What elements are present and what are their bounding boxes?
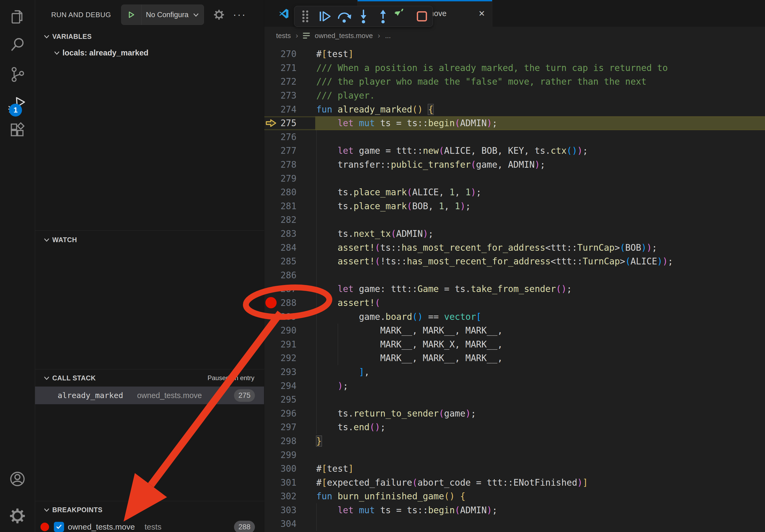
code-line[interactable]: 285 assert!(!ts::has_most_recent_for_add…: [264, 254, 765, 268]
code-line[interactable]: 283 ts.next_tx(ADMIN);: [264, 227, 765, 241]
line-number[interactable]: 291: [278, 339, 297, 350]
code-line[interactable]: 300#[test]: [264, 462, 765, 476]
line-number[interactable]: 285: [278, 256, 297, 267]
line-number[interactable]: 288: [278, 298, 297, 308]
code-text[interactable]: assert!(ts::has_most_recent_for_address<…: [297, 242, 657, 253]
code-text[interactable]: let mut ts = ts::begin(ADMIN);: [297, 118, 497, 128]
code-line[interactable]: 278 transfer::public_transfer(game, ADMI…: [264, 158, 765, 172]
code-line[interactable]: 292 MARK__, MARK__, MARK__,: [264, 351, 765, 365]
code-line[interactable]: 298}: [264, 434, 765, 448]
code-line[interactable]: 290 MARK__, MARK__, MARK__,: [264, 324, 765, 338]
line-number[interactable]: 289: [278, 312, 297, 322]
code-text[interactable]: ts.next_tx(ADMIN);: [297, 228, 433, 239]
more-actions-icon[interactable]: ···: [233, 12, 246, 17]
search-icon[interactable]: [0, 36, 35, 54]
code-text[interactable]: transfer::public_transfer(game, ADMIN);: [297, 159, 545, 170]
toolbar-gripper-icon[interactable]: [297, 8, 314, 25]
line-number[interactable]: 283: [278, 228, 297, 239]
code-text[interactable]: let mut ts = ts::begin(ADMIN);: [297, 505, 497, 515]
line-number[interactable]: 290: [278, 325, 297, 336]
code-text[interactable]: /// the player who made the "false" move…: [297, 76, 646, 87]
code-text[interactable]: game.board() == vector[: [297, 312, 481, 322]
code-line[interactable]: 286: [264, 268, 765, 282]
stop-button[interactable]: [413, 8, 430, 25]
settings-gear-icon[interactable]: [0, 507, 35, 525]
code-line[interactable]: 281 ts.place_mark(BOB, 1, 1);: [264, 199, 765, 213]
line-number[interactable]: 284: [278, 242, 297, 253]
code-text[interactable]: }: [297, 436, 322, 446]
code-line[interactable]: 289 game.board() == vector[: [264, 310, 765, 324]
code-line[interactable]: 304: [264, 517, 765, 531]
code-line[interactable]: 293 ],: [264, 365, 765, 379]
line-number[interactable]: 275: [278, 118, 297, 128]
extensions-icon[interactable]: [0, 122, 35, 139]
code-text[interactable]: MARK__, MARK__, MARK__,: [297, 325, 502, 336]
breakpoint-dot-icon[interactable]: [265, 297, 277, 308]
code-line[interactable]: 296 ts.return_to_sender(game);: [264, 406, 765, 420]
code-line[interactable]: 303 let mut ts = ts::begin(ADMIN);: [264, 503, 765, 517]
code-text[interactable]: #[test]: [297, 463, 354, 474]
code-text[interactable]: #[test]: [297, 49, 354, 59]
line-number[interactable]: 302: [278, 491, 297, 501]
code-text[interactable]: /// When a position is already marked, t…: [297, 63, 668, 73]
code-text[interactable]: /// player.: [297, 90, 375, 101]
start-debug-icon[interactable]: [121, 5, 142, 25]
code-text[interactable]: );: [297, 381, 348, 391]
code-text[interactable]: ts.place_mark(BOB, 1, 1);: [297, 201, 471, 211]
watch-header[interactable]: WATCH: [35, 232, 264, 247]
line-number[interactable]: 292: [278, 353, 297, 363]
source-control-icon[interactable]: [0, 66, 35, 83]
code-line[interactable]: 301#[expected_failure(abort_code = ttt::…: [264, 475, 765, 489]
line-number[interactable]: 303: [278, 505, 297, 515]
code-text[interactable]: fun burn_unfinished_game() {: [297, 491, 465, 501]
debug-settings-gear-icon[interactable]: [213, 9, 225, 21]
line-number[interactable]: 296: [278, 408, 297, 419]
call-stack-header[interactable]: CALL STACK Paused on entry: [35, 371, 264, 386]
run-and-debug-icon[interactable]: 1: [0, 96, 35, 115]
code-text[interactable]: #[expected_failure(abort_code = ttt::ENo…: [297, 477, 588, 488]
code-lines[interactable]: 270#[test]271/// When a position is alre…: [264, 47, 765, 531]
continue-button[interactable]: [316, 8, 333, 25]
code-line[interactable]: 297 ts.end();: [264, 420, 765, 434]
line-number[interactable]: 271: [278, 63, 297, 73]
line-number[interactable]: 279: [278, 173, 297, 184]
code-line[interactable]: 282: [264, 213, 765, 227]
code-text[interactable]: fun already_marked() {: [297, 104, 433, 115]
code-line[interactable]: 271/// When a position is already marked…: [264, 61, 765, 75]
breakpoints-header[interactable]: BREAKPOINTS: [35, 502, 264, 517]
line-number[interactable]: 304: [278, 519, 297, 529]
code-text[interactable]: ts.place_mark(ALICE, 1, 1);: [297, 187, 481, 197]
code-line[interactable]: 291 MARK__, MARK_X, MARK__,: [264, 337, 765, 351]
line-number[interactable]: 278: [278, 159, 297, 170]
launch-config-dropdown[interactable]: No Configura: [121, 5, 204, 25]
line-number[interactable]: 293: [278, 367, 297, 377]
step-out-button[interactable]: [375, 8, 391, 25]
gutter-breakpoint-margin[interactable]: [264, 119, 278, 128]
code-text[interactable]: let game: ttt::Game = ts.take_from_sende…: [297, 284, 572, 294]
code-line[interactable]: 287 let game: ttt::Game = ts.take_from_s…: [264, 282, 765, 296]
line-number[interactable]: 273: [278, 90, 297, 101]
variables-header[interactable]: VARIABLES: [35, 29, 264, 44]
code-text[interactable]: MARK__, MARK_X, MARK__,: [297, 339, 502, 350]
line-number[interactable]: 282: [278, 215, 297, 225]
code-line[interactable]: 272/// the player who made the "false" m…: [264, 75, 765, 89]
code-text[interactable]: assert!(: [297, 298, 380, 308]
step-over-button[interactable]: [336, 8, 353, 25]
breadcrumb-symbol[interactable]: ...: [385, 32, 391, 40]
line-number[interactable]: 272: [278, 76, 297, 87]
close-icon[interactable]: ✕: [478, 9, 485, 18]
code-text[interactable]: let game = ttt::new(ALICE, BOB, KEY, ts.…: [297, 145, 588, 156]
line-number[interactable]: 270: [278, 49, 297, 59]
code-text[interactable]: ],: [297, 367, 370, 377]
code-line[interactable]: 280 ts.place_mark(ALICE, 1, 1);: [264, 185, 765, 199]
breadcrumb-file[interactable]: owned_tests.move: [315, 32, 373, 40]
stack-frame-row[interactable]: already_marked owned_tests.move 275: [35, 387, 264, 404]
line-number[interactable]: 301: [278, 477, 297, 488]
line-number[interactable]: 281: [278, 201, 297, 211]
breadcrumb-folder[interactable]: tests: [276, 32, 291, 40]
breakpoint-row[interactable]: owned_tests.move tests 288: [35, 519, 264, 532]
line-number[interactable]: 287: [278, 284, 297, 294]
code-line[interactable]: 294 );: [264, 379, 765, 393]
code-line[interactable]: 275 let mut ts = ts::begin(ADMIN);: [264, 116, 765, 130]
code-line[interactable]: 299: [264, 448, 765, 462]
